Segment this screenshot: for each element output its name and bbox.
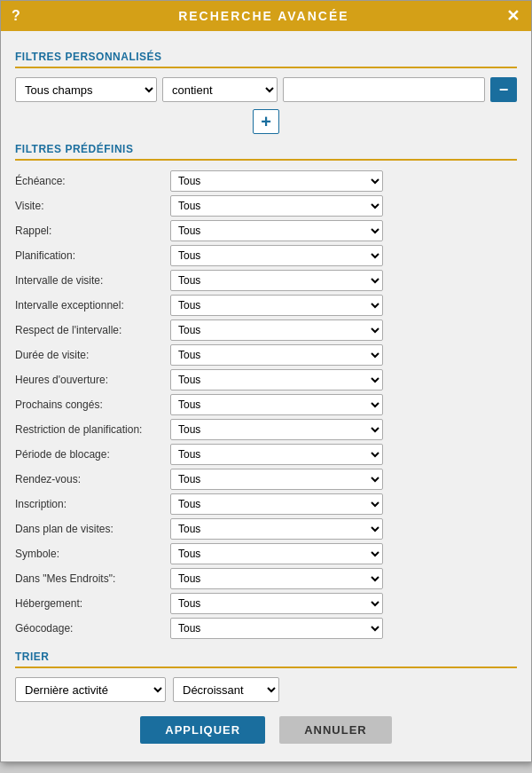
predefined-filter-select[interactable]: Tous <box>170 295 383 316</box>
predefined-filter-row: Durée de visite:Tous <box>15 343 517 367</box>
predefined-filter-select[interactable]: Tous <box>170 195 383 217</box>
predefined-filter-label: Échéance: <box>15 175 170 187</box>
predefined-filter-select[interactable]: Tous <box>170 469 383 490</box>
add-filter-row: + <box>15 109 517 134</box>
predefined-filter-label: Prochains congés: <box>15 398 170 411</box>
predefined-filter-select[interactable]: Tous <box>170 220 383 241</box>
predefined-filter-row: Visite:Tous <box>15 194 517 217</box>
predefined-filter-label: Intervalle de visite: <box>15 274 170 287</box>
action-buttons: APPLIQUER ANNULER <box>15 716 517 744</box>
predefined-filter-row: Respect de l'intervalle:Tous <box>15 319 517 342</box>
filtres-personnalises-header: FILTRES PERSONNALISÉS <box>15 51 517 68</box>
predefined-filter-row: Restriction de planification:Tous <box>15 418 517 441</box>
predefined-filter-select[interactable]: Tous <box>170 493 383 515</box>
predefined-filters-list: Échéance:TousVisite:TousRappel:TousPlani… <box>15 170 517 640</box>
predefined-filter-row: Géocodage:Tous <box>15 617 517 640</box>
predefined-filter-label: Symbole: <box>15 548 170 560</box>
predefined-filter-label: Dans plan de visites: <box>15 523 170 535</box>
predefined-filter-select[interactable]: Tous <box>170 419 383 440</box>
predefined-filter-row: Période de blocage:Tous <box>15 443 517 466</box>
predefined-filter-row: Dans plan de visites:Tous <box>15 517 517 540</box>
close-button[interactable]: ✕ <box>506 8 520 24</box>
predefined-filter-label: Rappel: <box>15 225 170 237</box>
predefined-filter-label: Heures d'ouverture: <box>15 374 170 386</box>
predefined-filter-label: Durée de visite: <box>15 349 170 361</box>
predefined-filter-label: Rendez-vous: <box>15 473 170 485</box>
predefined-filter-label: Planification: <box>15 249 170 262</box>
predefined-filter-label: Visite: <box>15 200 170 212</box>
predefined-filter-row: Échéance:Tous <box>15 170 517 193</box>
predefined-filter-label: Géocodage: <box>15 622 170 635</box>
predefined-filter-row: Planification:Tous <box>15 244 517 267</box>
predefined-filter-label: Respect de l'intervalle: <box>15 324 170 336</box>
predefined-filter-select[interactable]: Tous <box>170 344 383 366</box>
predefined-filter-select[interactable]: Tous <box>170 593 383 614</box>
predefined-filter-row: Rendez-vous:Tous <box>15 468 517 491</box>
dialog: ? RECHERCHE AVANCÉE ✕ FILTRES PERSONNALI… <box>0 0 532 762</box>
dialog-title: RECHERCHE AVANCÉE <box>21 9 506 23</box>
cancel-button[interactable]: ANNULER <box>279 716 392 744</box>
predefined-filter-row: Prochains congés:Tous <box>15 393 517 416</box>
title-bar: ? RECHERCHE AVANCÉE ✕ <box>1 1 531 31</box>
trier-header: TRIER <box>15 651 517 668</box>
custom-filter-row: Tous champs contient − <box>15 77 517 102</box>
predefined-filter-select[interactable]: Tous <box>170 245 383 266</box>
predefined-filter-row: Symbole:Tous <box>15 542 517 565</box>
predefined-filter-row: Dans "Mes Endroits":Tous <box>15 567 517 590</box>
condition-select[interactable]: contient <box>162 77 278 102</box>
add-filter-button[interactable]: + <box>253 109 279 134</box>
predefined-filter-select[interactable]: Tous <box>170 319 383 341</box>
predefined-filter-select[interactable]: Tous <box>170 170 383 192</box>
apply-button[interactable]: APPLIQUER <box>140 716 265 744</box>
predefined-filter-row: Hébergement:Tous <box>15 592 517 615</box>
sort-order-select[interactable]: Décroissant <box>173 677 279 702</box>
predefined-filter-label: Dans "Mes Endroits": <box>15 572 170 585</box>
predefined-filter-label: Inscription: <box>15 498 170 510</box>
predefined-filter-label: Restriction de planification: <box>15 423 170 436</box>
sort-row: Dernière activité Décroissant <box>15 677 517 702</box>
predefined-filter-select[interactable]: Tous <box>170 444 383 465</box>
filter-value-input[interactable] <box>283 77 485 102</box>
predefined-filter-select[interactable]: Tous <box>170 518 383 540</box>
predefined-filter-select[interactable]: Tous <box>170 568 383 589</box>
remove-filter-button[interactable]: − <box>490 77 517 102</box>
sort-field-select[interactable]: Dernière activité <box>15 677 166 702</box>
predefined-filter-select[interactable]: Tous <box>170 618 383 639</box>
predefined-filter-row: Intervalle de visite:Tous <box>15 269 517 292</box>
predefined-filter-select[interactable]: Tous <box>170 394 383 415</box>
predefined-filter-select[interactable]: Tous <box>170 369 383 390</box>
sort-section: TRIER Dernière activité Décroissant <box>15 651 517 702</box>
predefined-filter-label: Période de blocage: <box>15 448 170 461</box>
predefined-filter-row: Intervalle exceptionnel:Tous <box>15 294 517 317</box>
predefined-filter-row: Heures d'ouverture:Tous <box>15 368 517 391</box>
predefined-filter-label: Hébergement: <box>15 597 170 610</box>
predefined-filter-label: Intervalle exceptionnel: <box>15 299 170 312</box>
predefined-filter-select[interactable]: Tous <box>170 270 383 291</box>
help-icon[interactable]: ? <box>12 8 21 24</box>
predefined-filter-row: Inscription:Tous <box>15 493 517 516</box>
dialog-body: FILTRES PERSONNALISÉS Tous champs contie… <box>1 31 531 761</box>
predefined-filter-row: Rappel:Tous <box>15 219 517 242</box>
filtres-predefinis-header: FILTRES PRÉDÉFINIS <box>15 143 517 161</box>
predefined-filter-select[interactable]: Tous <box>170 543 383 564</box>
field-select[interactable]: Tous champs <box>15 77 157 102</box>
